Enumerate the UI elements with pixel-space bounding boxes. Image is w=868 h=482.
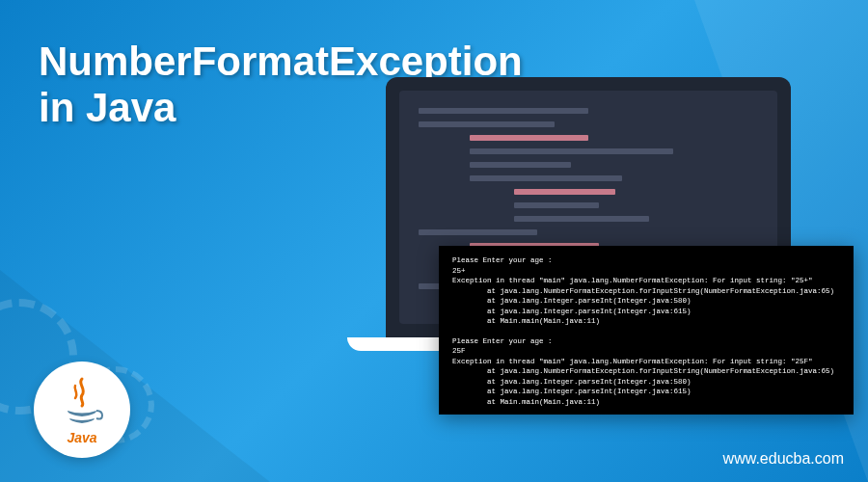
terminal-trace: at java.lang.NumberFormatException.forIn… [452, 286, 840, 297]
website-url: www.educba.com [723, 450, 844, 468]
terminal-input: 25+ [452, 266, 840, 277]
terminal-trace: at java.lang.NumberFormatException.forIn… [452, 366, 840, 377]
code-line [419, 121, 555, 127]
terminal-exception: Exception in thread "main" java.lang.Num… [452, 357, 840, 367]
code-line [419, 108, 588, 114]
terminal-prompt: Please Enter your age : [452, 255, 840, 266]
code-line-accent [470, 135, 588, 141]
java-logo: Java [34, 362, 130, 458]
title-line-2: in Java [39, 85, 176, 130]
code-line [470, 162, 572, 168]
code-line [470, 175, 622, 181]
terminal-input: 25F [452, 346, 840, 357]
code-line [470, 148, 673, 154]
terminal-trace: at Main.main(Main.java:11) [452, 397, 840, 408]
terminal-trace: at java.lang.Integer.parseInt(Integer.ja… [452, 377, 840, 388]
terminal-exception: Exception in thread "main" java.lang.Num… [452, 276, 840, 286]
terminal-trace: at java.lang.Integer.parseInt(Integer.ja… [452, 387, 840, 397]
code-line [514, 202, 599, 208]
terminal-output: Please Enter your age : 25+ Exception in… [439, 246, 854, 415]
java-cup-icon [58, 374, 106, 432]
terminal-prompt: Please Enter your age : [452, 336, 840, 347]
java-logo-text: Java [67, 430, 96, 445]
code-line [419, 229, 537, 235]
code-line [514, 216, 650, 222]
terminal-trace: at java.lang.Integer.parseInt(Integer.ja… [452, 307, 840, 317]
terminal-block-1: Please Enter your age : 25+ Exception in… [452, 255, 840, 327]
code-line-accent [514, 189, 616, 195]
terminal-trace: at java.lang.Integer.parseInt(Integer.ja… [452, 296, 840, 307]
terminal-trace: at Main.main(Main.java:11) [452, 316, 840, 327]
terminal-block-2: Please Enter your age : 25F Exception in… [452, 336, 840, 408]
